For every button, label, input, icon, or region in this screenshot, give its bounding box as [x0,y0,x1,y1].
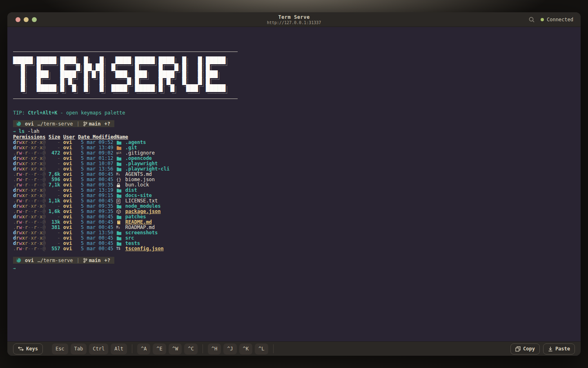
file-type-icon [116,188,123,193]
file-type-icon [116,241,123,246]
copy-icon [515,346,521,352]
key-ctrl-w[interactable]: ^W [169,343,182,355]
folder-icon [116,167,122,172]
banner-rule-bottom [13,99,238,99]
shell-icon [16,258,21,263]
tip-shortcut: Ctrl+Alt+K [28,110,57,116]
key-ctrl-j[interactable]: ^J [223,343,236,355]
keys-button[interactable]: Keys [13,343,43,355]
copy-button[interactable]: Copy [510,343,540,355]
branch-name: main [89,121,101,127]
search-icon[interactable] [528,16,535,23]
file-date: 5 mar 00:45 [78,246,114,251]
prompt-arrow: → [13,129,16,134]
connected-dot-icon [541,18,544,21]
prompt-bar: ovi …/term-serve | main +? [13,257,114,264]
maximize-button[interactable] [32,17,37,22]
git-branch-icon [83,258,87,263]
prompt-path: …/term-serve [38,121,73,127]
file-type-icon [116,162,123,166]
key-tab[interactable]: Tab [71,343,87,355]
folder-icon [116,215,122,220]
key-ctrl-h[interactable]: ^H [208,343,221,355]
server-url: http://127.0.0.1:31337 [7,20,581,25]
tip-line: TIP: Ctrl+Alt+K - open keymaps palette [13,110,576,116]
command-name: ls [19,128,24,134]
file-owner: ovi [63,246,75,251]
cursor-line[interactable]: → [13,265,576,271]
header-permissions: Permissions [13,134,45,140]
ctrl-key-group-2: ^H^J^K^L [208,343,268,355]
toolbar-separator [203,344,203,353]
window-title: Term Serve [7,14,581,20]
file-permissions: .rw-r--r--@ [13,246,45,251]
lock-icon [116,183,120,188]
file-size: 557 [49,246,60,251]
title-bar: Term Serve http://127.0.0.1:31337 Connec… [7,12,581,27]
file-type-icon: git [116,150,123,156]
file-name[interactable]: tsconfig.json [125,246,164,251]
key-ctrl-l[interactable]: ^L [255,343,268,355]
git-folder-icon [116,146,122,150]
ls-row: .rw-r--r--@557ovi5 mar 00:45TStsconfig.j… [13,246,576,251]
prompt-user: ovi [25,121,34,127]
header-size: Size [49,134,60,140]
key-ctrl-c[interactable]: ^C [184,343,197,355]
app-window: Term Serve http://127.0.0.1:31337 Connec… [7,12,581,356]
prompt-separator: | [76,258,79,263]
document-icon [116,199,120,204]
package-icon [116,209,121,214]
key-ctrl[interactable]: Ctrl [89,343,108,355]
paste-download-icon [548,346,553,352]
toolbar-separator [132,344,132,353]
git-branch: main [83,258,101,263]
close-button[interactable] [16,17,20,22]
status-label: Connected [547,17,573,22]
ls-rows: drwxr-xr-x@-ovi5 mar 09:52.agentsdrwxr-x… [13,140,576,251]
file-type-icon: M↓ [116,172,123,177]
folder-icon [116,188,122,193]
file-type-icon [116,183,123,188]
shell-icon [16,121,21,126]
git-branch: main [83,121,101,127]
key-ctrl-e[interactable]: ^E [153,343,166,355]
git-file-icon: git [116,150,122,156]
command-args: -lah [24,128,39,134]
terminal-output[interactable]: █████ █████ ████ █ █ ████ █████ ████ █ █… [7,27,581,341]
ls-listing: Permissions Size User Date Modified Name… [13,135,576,251]
minimize-button[interactable] [24,17,29,22]
folder-icon [116,140,122,145]
file-type-icon: {} [116,177,123,182]
markdown-icon: M↓ [116,172,120,177]
folder-icon [116,193,122,198]
key-ctrl-k[interactable]: ^K [239,343,252,355]
file-type-icon [116,140,123,145]
file-type-icon [116,193,123,198]
file-type-icon [116,220,123,225]
file-type-icon [116,209,123,214]
git-branch-icon [83,121,87,126]
json-braces-icon: {} [116,177,121,182]
file-type-icon [116,199,123,204]
prompt-separator: | [76,121,79,127]
key-ctrl-a[interactable]: ^A [137,343,150,355]
prompt-user: ovi [25,258,34,263]
header-user: User [63,134,75,140]
prompt-arrow: → [13,266,16,271]
file-type-icon [116,236,123,241]
git-status-flags: +? [105,258,110,263]
file-type-icon [116,215,123,220]
status-badge: Connected [541,17,573,22]
prompt-bar: ovi …/term-serve | main +? [13,120,114,127]
ctrl-key-group-1: ^A^E^W^C [137,343,198,355]
file-type-icon [116,204,123,209]
typescript-icon: TS [116,246,120,251]
folder-icon [116,241,122,246]
toolbar-separator [273,344,274,353]
paste-button[interactable]: Paste [543,343,575,355]
folder-icon [116,204,122,209]
ascii-banner: █████ █████ ████ █ █ ████ █████ ████ █ █… [13,57,576,92]
git-status-flags: +? [105,121,110,127]
key-esc[interactable]: Esc [52,343,68,355]
key-alt[interactable]: Alt [111,343,127,355]
